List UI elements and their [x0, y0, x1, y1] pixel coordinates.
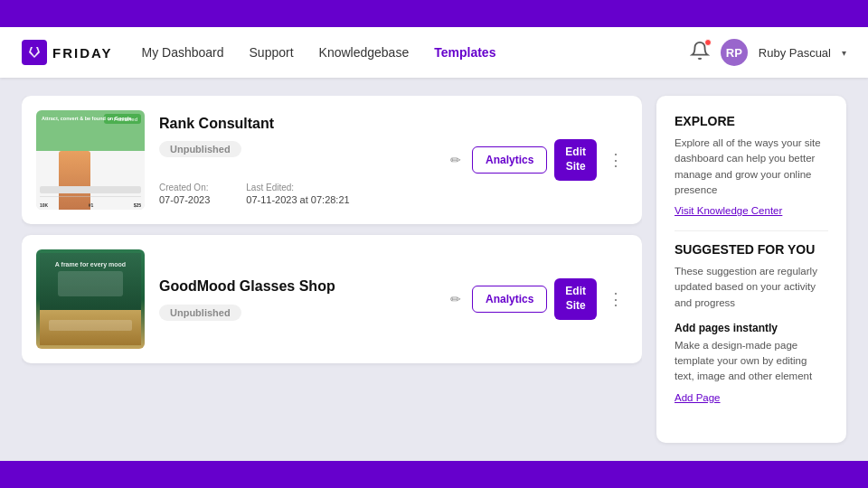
analytics-button-1[interactable]: Analytics [472, 146, 547, 174]
nav-link-dashboard[interactable]: My Dashboard [141, 45, 223, 60]
sites-list: Attract, convert & be found on Google ✓ … [22, 96, 642, 443]
navbar: FRIDAY My Dashboard Support Knowledgebas… [0, 27, 868, 78]
nav-link-templates[interactable]: Templates [434, 45, 495, 60]
analytics-button-2[interactable]: Analytics [472, 286, 547, 313]
pencil-icon-1[interactable]: ✏ [447, 149, 465, 171]
notification-dot [704, 39, 712, 46]
edit-site-button-1[interactable]: Edit Site [554, 139, 597, 180]
more-button-2[interactable]: ⋮ [604, 287, 627, 311]
avatar: RP [721, 39, 748, 66]
user-name: Ruby Pascual [759, 46, 831, 60]
site-card: Attract, convert & be found on Google ✓ … [22, 96, 642, 224]
notification-button[interactable] [690, 41, 710, 64]
top-bar [0, 0, 868, 27]
nav-link-support[interactable]: Support [250, 45, 294, 60]
chevron-down-icon[interactable]: ▾ [842, 48, 846, 58]
sidebar-divider-1 [675, 230, 828, 231]
nav-links: My Dashboard Support Knowledgebase Templ… [141, 45, 689, 60]
site-thumbnail-2: A frame for every mood [36, 249, 145, 349]
site-name-2: GoodMood Glasses Shop [159, 277, 432, 296]
explore-text: Explore all of the ways your site dashbo… [675, 136, 828, 198]
site-card-2: A frame for every mood GoodMood Glasses … [22, 235, 642, 363]
site-info-1: Rank Consultant Unpublished Created On: … [159, 115, 432, 206]
explore-title: EXPLORE [675, 114, 828, 128]
bottom-bar [0, 461, 868, 488]
feature-1-title: Add pages instantly [675, 322, 828, 334]
sidebar: EXPLORE Explore all of the ways your sit… [656, 96, 846, 443]
nav-link-knowledgebase[interactable]: Knowledgebase [319, 45, 410, 60]
site-info-2: GoodMood Glasses Shop Unpublished [159, 277, 432, 321]
add-page-link[interactable]: Add Page [675, 392, 828, 403]
suggested-title: SUGGESTED FOR YOU [675, 242, 828, 257]
site-thumbnail-1: Attract, convert & be found on Google ✓ … [36, 110, 145, 210]
pencil-icon-2[interactable]: ✏ [447, 288, 465, 310]
created-value-1: 07-07-2023 [159, 194, 210, 205]
thumb-2-image: A frame for every mood [36, 249, 145, 349]
more-button-1[interactable]: ⋮ [604, 148, 627, 172]
nav-right: RP Ruby Pascual ▾ [690, 39, 846, 66]
main-content: Attract, convert & be found on Google ✓ … [0, 78, 868, 461]
site-actions-1: ✏ Analytics Edit Site ⋮ [447, 139, 627, 180]
feature-1-text: Make a design-made page template your ow… [675, 338, 828, 385]
visit-knowledge-center-link[interactable]: Visit Knowledge Center [675, 205, 828, 216]
site-meta-1: Created On: 07-07-2023 Last Edited: 07-1… [159, 183, 432, 205]
edited-value-1: 07-11-2023 at 07:28:21 [246, 194, 349, 205]
site-actions-2: ✏ Analytics Edit Site ⋮ [447, 278, 627, 319]
created-label-1: Created On: [159, 183, 210, 192]
logo-text: FRIDAY [52, 45, 112, 61]
status-badge-1: Unpublished [159, 141, 241, 157]
status-badge-2: Unpublished [159, 305, 241, 321]
edit-site-button-2[interactable]: Edit Site [554, 278, 597, 319]
edited-label-1: Last Edited: [246, 183, 349, 192]
suggested-text: These suggestion are regularly updated b… [675, 264, 828, 311]
site-name-1: Rank Consultant [159, 115, 432, 134]
logo-icon [22, 40, 47, 65]
logo[interactable]: FRIDAY [22, 40, 112, 65]
